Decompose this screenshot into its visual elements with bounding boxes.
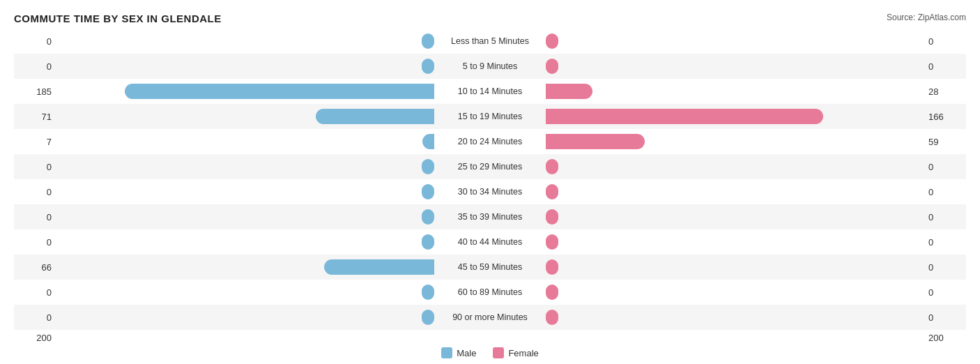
row-label: 25 to 29 Minutes	[434, 162, 546, 172]
female-bar	[546, 259, 558, 275]
left-value: 7	[14, 137, 56, 147]
row-label: 15 to 19 Minutes	[434, 112, 546, 121]
female-bar	[546, 59, 558, 74]
chart-row: 18510 to 14 Minutes28	[14, 79, 966, 104]
bars-wrapper: Less than 5 Minutes	[56, 31, 924, 51]
female-bar	[546, 285, 558, 300]
bar-area: 60 to 89 Minutes	[56, 280, 924, 305]
male-label: Male	[457, 348, 476, 358]
row-label: 90 or more Minutes	[434, 312, 546, 322]
bars-wrapper: 15 to 19 Minutes	[56, 107, 924, 126]
chart-row: 090 or more Minutes0	[14, 305, 966, 330]
bar-area: Less than 5 Minutes	[56, 29, 924, 54]
right-value: 0	[924, 237, 966, 248]
male-bar	[422, 209, 434, 225]
male-bar-wrap	[56, 31, 434, 51]
right-value: 0	[924, 212, 966, 222]
chart-row: 030 to 34 Minutes0	[14, 179, 966, 204]
row-label: 20 to 24 Minutes	[434, 137, 546, 146]
bar-area: 20 to 24 Minutes	[56, 129, 924, 154]
female-bar	[546, 109, 823, 124]
chart-row: 035 to 39 Minutes0	[14, 204, 966, 229]
chart-title: COMMUTE TIME BY SEX IN GLENDALE	[14, 13, 966, 24]
male-bar-wrap	[56, 308, 434, 327]
legend: Male Female	[14, 347, 966, 358]
female-bar	[546, 134, 645, 149]
male-bar-wrap	[56, 207, 434, 227]
row-label: 45 to 59 Minutes	[434, 262, 546, 272]
male-bar	[422, 234, 434, 250]
male-bar	[422, 310, 434, 325]
male-bar	[422, 33, 434, 49]
chart-row: 025 to 29 Minutes0	[14, 154, 966, 179]
female-bar-wrap	[546, 257, 924, 277]
axis-left: 200	[14, 333, 56, 343]
right-value: 0	[924, 61, 966, 72]
bar-area: 10 to 14 Minutes	[56, 79, 924, 104]
right-value: 0	[924, 162, 966, 172]
bars-wrapper: 60 to 89 Minutes	[56, 282, 924, 302]
axis-row: 200 200	[14, 333, 966, 343]
bars-wrapper: 25 to 29 Minutes	[56, 157, 924, 176]
male-bar-wrap	[56, 182, 434, 202]
male-bar-wrap	[56, 107, 434, 126]
male-bar-wrap	[56, 132, 434, 151]
left-value: 0	[14, 162, 56, 172]
row-label: Less than 5 Minutes	[434, 36, 546, 46]
right-value: 0	[924, 312, 966, 323]
bar-area: 90 or more Minutes	[56, 305, 924, 330]
left-value: 0	[14, 312, 56, 323]
bar-area: 5 to 9 Minutes	[56, 54, 924, 79]
source-text: Source: ZipAtlas.com	[887, 13, 966, 22]
legend-female: Female	[493, 347, 538, 358]
left-value: 0	[14, 61, 56, 72]
rows-area: 0Less than 5 Minutes005 to 9 Minutes0185…	[14, 29, 966, 330]
male-bar	[422, 59, 434, 74]
left-value: 0	[14, 36, 56, 47]
chart-row: 6645 to 59 Minutes0	[14, 255, 966, 280]
female-bar	[546, 184, 558, 199]
male-bar	[422, 134, 434, 149]
chart-row: 7115 to 19 Minutes166	[14, 104, 966, 129]
row-label: 40 to 44 Minutes	[434, 237, 546, 247]
right-value: 166	[924, 112, 966, 122]
female-bar-wrap	[546, 182, 924, 202]
female-bar-wrap	[546, 56, 924, 76]
bars-wrapper: 35 to 39 Minutes	[56, 207, 924, 227]
bars-wrapper: 10 to 14 Minutes	[56, 82, 924, 101]
female-bar-wrap	[546, 282, 924, 302]
row-label: 30 to 34 Minutes	[434, 187, 546, 197]
male-bar	[316, 109, 434, 124]
bar-area: 45 to 59 Minutes	[56, 255, 924, 280]
female-bar-wrap	[546, 31, 924, 51]
bars-wrapper: 30 to 34 Minutes	[56, 182, 924, 202]
female-bar-wrap	[546, 107, 924, 126]
legend-male: Male	[441, 347, 476, 358]
row-label: 5 to 9 Minutes	[434, 61, 546, 71]
row-label: 35 to 39 Minutes	[434, 212, 546, 222]
left-value: 66	[14, 262, 56, 273]
female-bar	[546, 159, 558, 174]
bar-area: 30 to 34 Minutes	[56, 179, 924, 204]
right-value: 0	[924, 36, 966, 47]
left-value: 71	[14, 112, 56, 122]
female-bar	[546, 209, 558, 225]
female-bar	[546, 234, 558, 250]
left-value: 0	[14, 212, 56, 222]
left-value: 185	[14, 86, 56, 97]
row-label: 60 to 89 Minutes	[434, 287, 546, 297]
male-bar-wrap	[56, 232, 434, 252]
left-value: 0	[14, 237, 56, 248]
bar-area: 25 to 29 Minutes	[56, 154, 924, 179]
female-bar-wrap	[546, 157, 924, 176]
bars-wrapper: 5 to 9 Minutes	[56, 56, 924, 76]
chart-row: 720 to 24 Minutes59	[14, 129, 966, 154]
chart-container: COMMUTE TIME BY SEX IN GLENDALE Source: …	[0, 0, 980, 364]
male-bar-wrap	[56, 56, 434, 76]
chart-row: 05 to 9 Minutes0	[14, 54, 966, 79]
female-bar	[546, 310, 558, 325]
row-label: 10 to 14 Minutes	[434, 86, 546, 96]
right-value: 28	[924, 86, 966, 97]
bars-wrapper: 20 to 24 Minutes	[56, 132, 924, 151]
male-bar	[422, 285, 434, 300]
